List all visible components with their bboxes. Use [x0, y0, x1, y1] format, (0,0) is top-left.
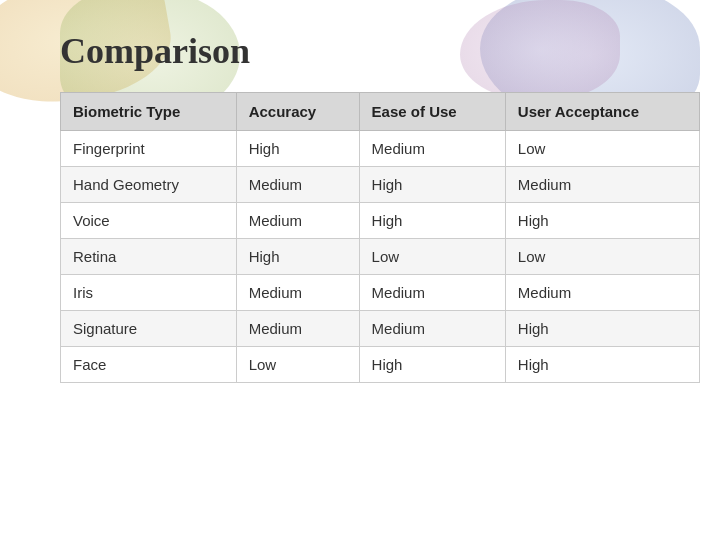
cell-r0-c1: High [236, 131, 359, 167]
cell-r1-c2: High [359, 167, 505, 203]
col-header-accuracy: Accuracy [236, 93, 359, 131]
main-content: Comparison Biometric Type Accuracy Ease … [0, 0, 720, 403]
cell-r2-c2: High [359, 203, 505, 239]
cell-r4-c2: Medium [359, 275, 505, 311]
table-row: IrisMediumMediumMedium [61, 275, 700, 311]
table-row: Hand GeometryMediumHighMedium [61, 167, 700, 203]
cell-r5-c1: Medium [236, 311, 359, 347]
cell-r4-c0: Iris [61, 275, 237, 311]
cell-r4-c3: Medium [505, 275, 699, 311]
cell-r1-c1: Medium [236, 167, 359, 203]
cell-r4-c1: Medium [236, 275, 359, 311]
col-header-ease-of-use: Ease of Use [359, 93, 505, 131]
cell-r0-c2: Medium [359, 131, 505, 167]
cell-r2-c3: High [505, 203, 699, 239]
table-row: RetinaHighLowLow [61, 239, 700, 275]
cell-r5-c2: Medium [359, 311, 505, 347]
table-row: SignatureMediumMediumHigh [61, 311, 700, 347]
table-row: FingerprintHighMediumLow [61, 131, 700, 167]
cell-r6-c3: High [505, 347, 699, 383]
cell-r2-c0: Voice [61, 203, 237, 239]
cell-r5-c0: Signature [61, 311, 237, 347]
comparison-table: Biometric Type Accuracy Ease of Use User… [60, 92, 700, 383]
cell-r3-c0: Retina [61, 239, 237, 275]
page-title: Comparison [60, 30, 680, 72]
cell-r1-c3: Medium [505, 167, 699, 203]
cell-r5-c3: High [505, 311, 699, 347]
cell-r6-c2: High [359, 347, 505, 383]
cell-r3-c1: High [236, 239, 359, 275]
cell-r6-c1: Low [236, 347, 359, 383]
col-header-biometric-type: Biometric Type [61, 93, 237, 131]
table-row: FaceLowHighHigh [61, 347, 700, 383]
table-row: VoiceMediumHighHigh [61, 203, 700, 239]
cell-r3-c2: Low [359, 239, 505, 275]
cell-r3-c3: Low [505, 239, 699, 275]
cell-r1-c0: Hand Geometry [61, 167, 237, 203]
cell-r6-c0: Face [61, 347, 237, 383]
cell-r2-c1: Medium [236, 203, 359, 239]
col-header-user-acceptance: User Acceptance [505, 93, 699, 131]
cell-r0-c3: Low [505, 131, 699, 167]
table-header-row: Biometric Type Accuracy Ease of Use User… [61, 93, 700, 131]
cell-r0-c0: Fingerprint [61, 131, 237, 167]
